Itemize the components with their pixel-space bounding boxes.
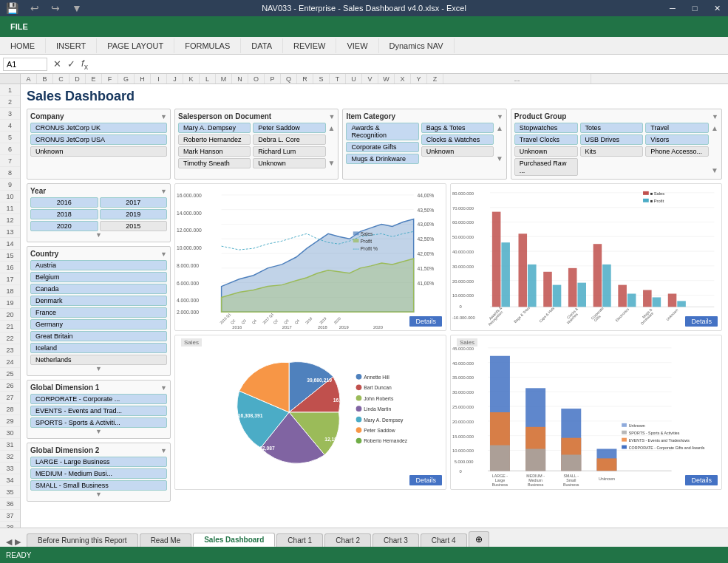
year-2018[interactable]: 2018 (30, 209, 98, 219)
year-2017[interactable]: 2017 (100, 197, 168, 208)
maximize-btn[interactable]: □ (684, 0, 706, 16)
col-k[interactable]: K (183, 74, 200, 83)
company-filter-icon[interactable]: ▼ (160, 113, 167, 120)
country-iceland[interactable]: Iceland (30, 343, 167, 353)
country-great-britain[interactable]: Great Britain (30, 331, 167, 341)
pie-chart-details-btn[interactable]: Details (409, 475, 442, 485)
year-2016[interactable]: 2016 (30, 197, 98, 208)
col-p[interactable]: P (265, 74, 281, 83)
minimize-btn[interactable]: ─ (661, 0, 684, 16)
year-filter-icon[interactable]: ▼ (160, 188, 167, 195)
col-e[interactable]: E (86, 74, 102, 83)
year-scroll-down[interactable]: ▼ (30, 231, 167, 239)
col-l[interactable]: L (200, 74, 216, 83)
file-menu-btn[interactable]: FILE (0, 16, 38, 37)
tab-review[interactable]: REVIEW (283, 38, 336, 53)
company-item-jetcorp-uk[interactable]: CRONUS JetCorp UK (30, 123, 167, 133)
confirm-icon[interactable]: ✓ (67, 58, 75, 69)
col-y[interactable]: Y (411, 74, 427, 83)
salesperson-item-7[interactable]: Timothy Sneath (178, 158, 251, 168)
country-belgium[interactable]: Belgium (30, 272, 167, 282)
col-q[interactable]: Q (281, 74, 297, 83)
company-item-unknown[interactable]: Unknown (30, 146, 167, 157)
dim2-scroll-down[interactable]: ▼ (30, 491, 167, 498)
country-scroll-down[interactable]: ▼ (30, 365, 167, 372)
cat-item-6[interactable]: Unknown (421, 146, 494, 157)
col-h[interactable]: H (135, 74, 151, 83)
cat-item-2[interactable]: Bags & Totes (421, 123, 494, 133)
salesperson-item-4[interactable]: Debra L. Core (253, 134, 325, 145)
company-item-jetcorp-usa[interactable]: CRONUS JetCorp USA (30, 134, 167, 145)
salesperson-filter-icon[interactable]: ▼ (329, 113, 336, 120)
pg-item-3[interactable]: Travel (645, 123, 709, 133)
tab-page-layout[interactable]: PAGE LAYOUT (97, 38, 174, 53)
pg-scroll-down[interactable]: ▼ (711, 166, 718, 174)
country-filter-icon[interactable]: ▼ (160, 250, 167, 258)
tab-view[interactable]: VIEW (336, 38, 378, 53)
col-s[interactable]: S (313, 74, 330, 83)
category-chart-details-btn[interactable]: Details (685, 316, 718, 327)
col-n[interactable]: N (232, 74, 248, 83)
salesperson-scroll-down[interactable]: ▼ (328, 159, 336, 167)
col-o[interactable]: O (248, 74, 265, 83)
line-chart-details-btn[interactable]: Details (409, 316, 442, 327)
stacked-chart-details-btn[interactable]: Details (685, 475, 718, 485)
dim2-medium[interactable]: MEDIUM - Medium Busi... (30, 468, 167, 479)
sheet-tab-before-running[interactable]: Before Running this Report (27, 533, 138, 547)
col-w[interactable]: W (378, 74, 395, 83)
col-r[interactable]: R (297, 74, 313, 83)
sheet-tab-read-me[interactable]: Read Me (140, 533, 192, 547)
col-d[interactable]: D (69, 74, 86, 83)
col-f[interactable]: F (102, 74, 118, 83)
col-v[interactable]: V (362, 74, 378, 83)
country-france[interactable]: France (30, 307, 167, 318)
pg-item-4[interactable]: Travel Clocks (514, 134, 578, 145)
category-scroll-down[interactable]: ▼ (496, 154, 503, 163)
salesperson-item-2[interactable]: Peter Saddow (253, 123, 325, 133)
product-group-filter-icon[interactable]: ▼ (712, 113, 718, 120)
dim2-small[interactable]: SMALL - Small Business (30, 480, 167, 491)
cat-item-3[interactable]: Corporate Gifts (346, 142, 418, 152)
tab-insert[interactable]: INSERT (46, 38, 97, 53)
sheet-scroll-right[interactable]: ▶ (15, 537, 21, 547)
item-category-filter-icon[interactable]: ▼ (497, 113, 503, 120)
country-germany[interactable]: Germany (30, 319, 167, 330)
pg-item-2[interactable]: Totes (580, 123, 644, 133)
dim1-corporate[interactable]: CORPORATE - Corporate ... (30, 394, 167, 404)
formula-input[interactable] (91, 60, 725, 69)
tab-formulas[interactable]: FORMULAS (174, 38, 241, 53)
salesperson-item-8[interactable]: Unknown (253, 158, 325, 168)
country-canada[interactable]: Canada (30, 284, 167, 294)
cat-item-4[interactable]: Clocks & Watches (421, 134, 494, 145)
col-b[interactable]: B (37, 74, 53, 83)
country-netherlands[interactable]: Netherlands (30, 355, 167, 365)
country-denmark[interactable]: Denmark (30, 296, 167, 306)
year-2015[interactable]: 2015 (100, 221, 168, 231)
cat-item-5[interactable]: Mugs & Drinkware (346, 154, 418, 164)
salesperson-item-3[interactable]: Roberto Hernandez (178, 134, 251, 145)
pg-item-8[interactable]: Kits (580, 146, 644, 157)
sheet-tab-chart2[interactable]: Chart 2 (324, 533, 371, 547)
pg-scroll-up[interactable]: ▲ (711, 124, 718, 132)
pg-item-7[interactable]: Unknown (514, 146, 578, 157)
cat-item-1[interactable]: Awards & Recognition (346, 123, 418, 140)
year-2020[interactable]: 2020 (30, 221, 98, 231)
pg-item-9[interactable]: Phone Accesso... (645, 146, 709, 157)
category-scroll-up[interactable]: ▲ (496, 124, 503, 132)
pg-item-1[interactable]: Stopwatches (514, 123, 578, 133)
sheet-tab-chart1[interactable]: Chart 1 (276, 533, 323, 547)
global-dim1-filter-icon[interactable]: ▼ (160, 384, 167, 392)
pg-item-5[interactable]: USB Drives (580, 134, 644, 145)
salesperson-scroll-up[interactable]: ▲ (328, 124, 336, 132)
cell-reference-input[interactable] (3, 58, 47, 71)
add-sheet-btn[interactable]: ⊕ (469, 531, 489, 547)
tab-dynamics-nav[interactable]: Dynamics NAV (379, 38, 455, 53)
year-2019[interactable]: 2019 (100, 209, 168, 219)
cancel-icon[interactable]: ✕ (53, 58, 61, 69)
sheet-tab-sales-dashboard[interactable]: Sales Dashboard (193, 533, 275, 547)
dim1-scroll-down[interactable]: ▼ (30, 428, 167, 435)
col-m[interactable]: M (216, 74, 232, 83)
col-a[interactable]: A (21, 74, 37, 83)
tab-home[interactable]: HOME (0, 38, 46, 53)
dim1-sports[interactable]: SPORTS - Sports & Activiti... (30, 417, 167, 428)
